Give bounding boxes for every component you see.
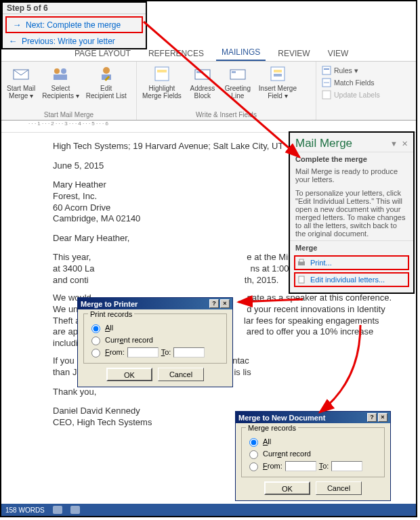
tab-mailings[interactable]: MAILINGS — [216, 45, 266, 61]
document-icon — [297, 275, 306, 284]
radio-all-input[interactable] — [249, 438, 258, 447]
mm-title: Mail Merge ▼✕ — [290, 133, 413, 152]
highlight-icon — [152, 64, 171, 83]
radio-current[interactable]: Current recordCurrent record — [88, 334, 222, 345]
svg-rect-15 — [274, 74, 282, 77]
svg-rect-3 — [54, 74, 67, 80]
user-edit-icon — [97, 64, 116, 83]
radio-all[interactable]: AAllll — [88, 322, 222, 333]
btn-update-labels: Update Labels — [322, 90, 380, 100]
tab-review[interactable]: REVIEW — [272, 46, 315, 61]
envelope-icon — [12, 64, 30, 83]
step-callout: Step 5 of 6 → Next: Complete the merge ←… — [1, 1, 147, 49]
dlg-newdoc-legend: Merge records — [246, 424, 298, 432]
address-icon — [193, 64, 212, 83]
ok-button[interactable]: OK — [264, 481, 310, 495]
btn-select-recipients[interactable]: Select Recipients ▾ — [42, 64, 79, 100]
rules-icon — [322, 66, 331, 75]
radio-from-input[interactable] — [249, 462, 258, 471]
dropdown-icon[interactable]: ▼ — [390, 139, 398, 148]
mail-merge-pane: Mail Merge ▼✕ Complete the merge Mail Me… — [289, 131, 415, 294]
btn-insert-merge-field[interactable]: Insert Merge Field ▾ — [259, 64, 297, 100]
match-icon — [322, 78, 331, 87]
radio-all-input[interactable] — [91, 324, 100, 333]
users-icon — [51, 64, 70, 83]
ribbon-group-write-insert: Highlight Merge Fields Address Block Gre… — [137, 62, 316, 120]
tab-view[interactable]: VIEW — [322, 46, 354, 61]
svg-rect-8 — [157, 70, 167, 72]
step-next-link[interactable]: → Next: Complete the merge — [5, 16, 143, 33]
to-input[interactable] — [173, 347, 205, 358]
printer-icon — [297, 258, 306, 267]
ribbon-group-label-start: Start Mail Merge — [7, 111, 131, 118]
radio-from[interactable]: From:From: To:To: — [246, 460, 380, 471]
mm-merge-header: Merge — [290, 240, 413, 253]
svg-point-2 — [61, 68, 66, 74]
greeting-icon — [228, 64, 247, 83]
dialog-merge-newdoc: Merge to New Document ?× Merge records A… — [235, 411, 391, 501]
insert-field-icon — [268, 64, 287, 83]
ribbon-group-label-write: Write & Insert Fields — [142, 111, 310, 118]
step-prev-label: Previous: Write your letter — [22, 37, 115, 46]
radio-current-input[interactable] — [249, 450, 258, 459]
dlg-newdoc-title: Merge to New Document ?× — [236, 412, 390, 423]
update-labels-icon — [322, 90, 331, 100]
mm-complete-header: Complete the merge — [290, 152, 413, 165]
svg-rect-16 — [322, 66, 331, 74]
dlg-printer-legend: Print records — [88, 310, 134, 318]
radio-from-input[interactable] — [91, 349, 100, 358]
svg-rect-7 — [155, 67, 169, 81]
ribbon-group-rules: Rules ▾ Match Fields Update Labels — [316, 62, 385, 120]
ribbon: Start Mail Merge ▾ Select Recipients ▾ E… — [1, 61, 416, 121]
radio-current[interactable]: Current recordCurrent record — [246, 448, 380, 459]
ok-button[interactable]: OK — [106, 368, 152, 381]
from-input[interactable] — [127, 347, 159, 358]
dialog-merge-printer: Merge to Printer ?× Print records AAllll… — [77, 297, 233, 387]
svg-rect-10 — [196, 71, 203, 73]
macro-icon[interactable] — [70, 506, 80, 514]
status-bar: 158 WORDS — [1, 504, 416, 516]
btn-address-block[interactable]: Address Block — [188, 64, 217, 100]
close-icon[interactable]: ✕ — [402, 139, 408, 148]
word-count[interactable]: 158 WORDS — [5, 506, 45, 514]
step-prev-link[interactable]: ← Previous: Write your letter — [3, 34, 146, 48]
close-button[interactable]: × — [220, 299, 230, 308]
svg-rect-23 — [299, 276, 304, 283]
svg-rect-22 — [299, 259, 303, 262]
btn-rules[interactable]: Rules ▾ — [322, 66, 380, 75]
to-input[interactable] — [331, 461, 362, 471]
step-next-label: Next: Complete the merge — [26, 20, 121, 30]
dlg-printer-title: Merge to Printer ?× — [78, 298, 232, 309]
svg-rect-14 — [274, 70, 282, 72]
cancel-button[interactable]: Cancel — [158, 368, 204, 381]
from-input[interactable] — [285, 461, 316, 471]
arrow-left-icon: ← — [8, 36, 18, 46]
btn-match-fields[interactable]: Match Fields — [322, 78, 380, 87]
cancel-button[interactable]: Cancel — [316, 481, 362, 495]
svg-rect-20 — [322, 91, 331, 99]
radio-all[interactable]: AllAll — [246, 436, 380, 447]
radio-from[interactable]: From:From: To:To: — [88, 347, 222, 358]
svg-point-4 — [103, 67, 110, 74]
btn-start-mail-merge[interactable]: Start Mail Merge ▾ — [7, 64, 35, 100]
closing: Thank you, — [53, 387, 416, 398]
help-button[interactable]: ? — [367, 413, 377, 422]
help-button[interactable]: ? — [209, 299, 219, 308]
close-button[interactable]: × — [378, 413, 387, 422]
arrow-right-icon: → — [12, 20, 22, 30]
svg-rect-17 — [324, 68, 329, 70]
mm-print-link[interactable]: Print... — [294, 255, 409, 270]
ribbon-group-start: Start Mail Merge ▾ Select Recipients ▾ E… — [1, 62, 137, 120]
tab-references[interactable]: REFERENCES — [143, 46, 209, 61]
mm-text-1: Mail Merge is ready to produce your lett… — [290, 165, 413, 186]
proofing-icon[interactable] — [53, 506, 62, 514]
radio-current-input[interactable] — [91, 337, 100, 345]
app-frame: PAGE LAYOUT REFERENCES MAILINGS REVIEW V… — [0, 0, 417, 517]
btn-edit-recipient-list[interactable]: Edit Recipient List — [86, 64, 127, 100]
svg-point-1 — [54, 68, 60, 74]
btn-highlight-merge-fields[interactable]: Highlight Merge Fields — [142, 64, 182, 100]
svg-rect-12 — [232, 71, 236, 73]
btn-greeting-line[interactable]: Greeting Line — [224, 64, 252, 100]
step-header: Step 5 of 6 — [3, 3, 146, 14]
mm-edit-letters-link[interactable]: Edit individual letters... — [294, 272, 409, 287]
